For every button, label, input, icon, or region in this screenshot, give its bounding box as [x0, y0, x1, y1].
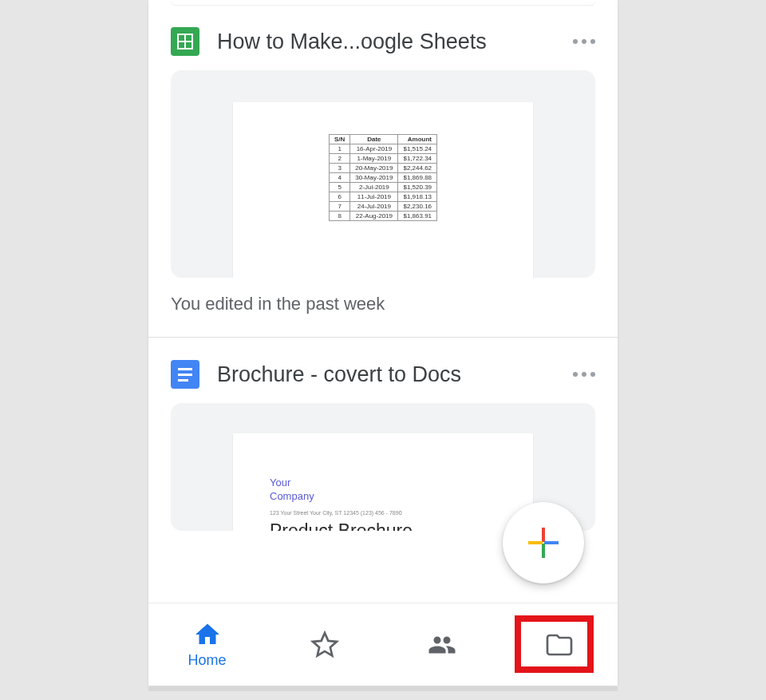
table-row: 430-May-2019$1,869.88	[329, 173, 436, 183]
more-options-button[interactable]	[573, 366, 595, 383]
file-title: How to Make...oogle Sheets	[217, 30, 555, 54]
more-options-button[interactable]	[573, 33, 595, 50]
home-icon	[193, 620, 222, 649]
table-row: 116-Apr-2019$1,515.24	[329, 144, 436, 154]
nav-home-label: Home	[188, 652, 226, 669]
mini-table: S/NDateAmount 116-Apr-2019$1,515.2421-Ma…	[329, 134, 437, 221]
nav-starred[interactable]	[266, 603, 383, 686]
file-title: Brochure - covert to Docs	[217, 362, 555, 387]
folder-icon	[545, 631, 574, 659]
svg-rect-2	[542, 544, 545, 558]
table-header: S/N	[329, 135, 349, 144]
file-item-sheets[interactable]: How to Make...oogle Sheets S/NDateAmount…	[148, 5, 618, 337]
table-header: Amount	[398, 135, 437, 144]
plus-icon	[526, 525, 561, 560]
file-thumbnail[interactable]: S/NDateAmount 116-Apr-2019$1,515.2421-Ma…	[171, 70, 595, 278]
svg-rect-1	[544, 541, 559, 544]
docs-icon	[171, 360, 199, 389]
table-row: 724-Jul-2019$2,230.16	[329, 202, 436, 212]
table-header: Date	[350, 135, 398, 144]
svg-rect-0	[542, 528, 545, 542]
sheets-icon	[171, 27, 199, 56]
table-row: 611-Jul-2019$1,918.13	[329, 192, 436, 202]
brochure-company: Your Company	[270, 477, 496, 504]
people-icon	[428, 631, 456, 659]
nav-shared[interactable]	[383, 603, 500, 686]
app-shadow	[148, 687, 618, 691]
file-header: Brochure - covert to Docs	[171, 360, 595, 389]
brochure-address: 123 Your Street Your City, ST 12345 (123…	[270, 510, 496, 516]
file-meta: You edited in the past week	[171, 278, 595, 337]
table-row: 52-Jul-2019$1,520.39	[329, 183, 436, 192]
create-new-button[interactable]	[503, 502, 584, 583]
brochure-heading: Product Brochure	[270, 520, 496, 531]
table-row: 822-Aug-2019$1,863.91	[329, 212, 436, 221]
bottom-nav: Home	[148, 603, 618, 686]
nav-home[interactable]: Home	[148, 603, 266, 686]
sheet-preview: S/NDateAmount 116-Apr-2019$1,515.2421-Ma…	[233, 102, 533, 278]
table-row: 21-May-2019$1,722.34	[329, 154, 436, 164]
nav-files[interactable]	[500, 603, 618, 686]
file-header: How to Make...oogle Sheets	[171, 27, 595, 56]
svg-rect-3	[528, 541, 543, 544]
brochure-preview: Your Company 123 Your Street Your City, …	[233, 433, 533, 531]
table-row: 320-May-2019$2,244.62	[329, 164, 436, 173]
app-container: How to Make...oogle Sheets S/NDateAmount…	[148, 0, 618, 686]
star-icon	[310, 631, 339, 659]
